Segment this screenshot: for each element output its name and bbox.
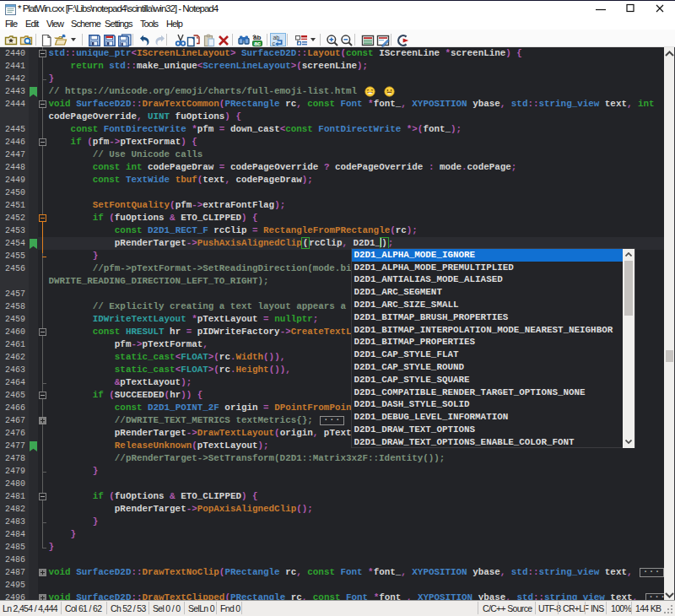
svg-text:ac: ac <box>254 40 261 46</box>
svg-text:c: c <box>272 40 275 46</box>
